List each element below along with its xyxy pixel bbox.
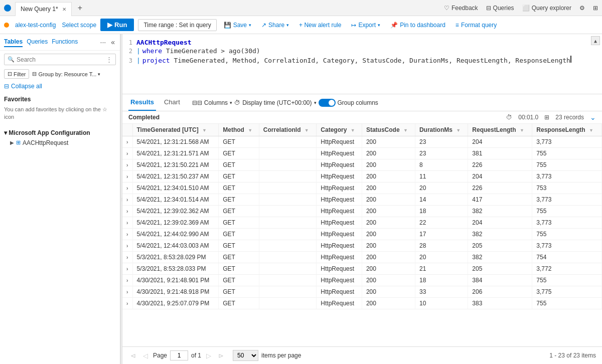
search-box[interactable]: 🔍 ⋮ bbox=[4, 54, 116, 65]
row-expand-icon[interactable]: › bbox=[122, 183, 132, 194]
page-label-of: of 1 bbox=[191, 352, 201, 359]
col-duration-ms[interactable]: DurationMs ▼ bbox=[415, 124, 468, 136]
new-alert-button[interactable]: + New alert rule bbox=[296, 20, 344, 31]
cell-method: GET bbox=[219, 275, 259, 286]
col-status-code[interactable]: StatusCode ▼ bbox=[362, 124, 415, 136]
results-tab-results[interactable]: Results bbox=[128, 94, 156, 111]
row-expand-icon[interactable]: › bbox=[122, 252, 132, 263]
pin-icon: 📌 bbox=[390, 22, 398, 29]
workspace-label[interactable]: alex-test-config bbox=[15, 22, 56, 29]
cell-duration: 11 bbox=[415, 171, 468, 183]
save-chevron-icon: ▾ bbox=[249, 23, 251, 28]
last-page-button[interactable]: ⊳ bbox=[216, 351, 226, 360]
format-query-button[interactable]: ≡ Format query bbox=[453, 20, 500, 31]
expand-icon[interactable]: ▶ bbox=[10, 140, 14, 145]
first-page-button[interactable]: ⊲ bbox=[128, 351, 138, 360]
display-time-button[interactable]: ⏱ Display time (UTC+00:00) ▾ bbox=[234, 99, 316, 106]
new-tab-button[interactable]: + bbox=[74, 2, 86, 15]
settings-button[interactable]: ⚙ bbox=[579, 5, 585, 12]
cell-res-len: 755 bbox=[532, 206, 602, 217]
row-expand-icon[interactable]: › bbox=[122, 229, 132, 240]
columns-button[interactable]: ⊟⊟ Columns ▾ bbox=[192, 99, 232, 106]
cell-status: 200 bbox=[362, 286, 415, 298]
col-correlation-id[interactable]: CorrelationId ▼ bbox=[259, 124, 317, 136]
cell-category: HttpRequest bbox=[317, 229, 362, 240]
expand-results-icon[interactable]: ⌄ bbox=[590, 113, 596, 121]
sidebar-tab-queries[interactable]: Queries bbox=[27, 37, 48, 47]
table-item-aachttp[interactable]: ▶ ⊞ AACHttpRequest bbox=[4, 138, 116, 147]
cell-method: GET bbox=[219, 263, 259, 275]
app-config-title[interactable]: ▾ Microsoft App Configuration bbox=[4, 125, 116, 138]
query-explorer-button[interactable]: ⬜ Query explorer bbox=[522, 5, 571, 12]
col-method[interactable]: Method ▼ bbox=[219, 124, 259, 136]
row-expand-icon[interactable]: › bbox=[122, 206, 132, 217]
sort-icon[interactable]: ▼ bbox=[202, 128, 207, 133]
export-button[interactable]: ↦ Export ▾ bbox=[348, 20, 383, 31]
cell-time: 5/4/2021, 12:44:02.990 AM bbox=[132, 229, 219, 240]
results-tabs: Results Chart ⊟⊟ Columns ▾ ⏱ Display tim… bbox=[122, 94, 602, 111]
sort-icon[interactable]: ▼ bbox=[403, 128, 408, 133]
active-tab[interactable]: New Query 1* ✕ bbox=[15, 2, 72, 16]
code-editor[interactable]: 1 AACHttpRequest 2 | where TimeGenerated… bbox=[122, 34, 602, 94]
col-response-length[interactable]: ResponseLength ▼ bbox=[532, 124, 602, 136]
record-count: 23 records bbox=[555, 114, 584, 121]
sort-icon[interactable]: ▼ bbox=[305, 128, 309, 133]
tab-close-icon[interactable]: ✕ bbox=[62, 7, 66, 12]
filter-chip[interactable]: ⊡ Filter bbox=[4, 69, 29, 79]
page-input[interactable] bbox=[170, 350, 188, 360]
search-input[interactable] bbox=[17, 56, 106, 63]
time-range-selector[interactable]: Time range : Set in query bbox=[138, 19, 216, 31]
row-expand-icon[interactable]: › bbox=[122, 286, 132, 298]
search-icon: 🔍 bbox=[8, 56, 15, 63]
row-expand-icon[interactable]: › bbox=[122, 159, 132, 171]
col-request-length[interactable]: RequestLength ▼ bbox=[468, 124, 532, 136]
feedback-button[interactable]: ♡ Feedback bbox=[444, 5, 478, 12]
cell-time: 5/4/2021, 12:31:21.568 AM bbox=[132, 136, 219, 148]
prev-page-button[interactable]: ◁ bbox=[141, 351, 150, 360]
col-time-generated[interactable]: TimeGenerated [UTC] ▼ bbox=[132, 124, 219, 136]
row-expand-icon[interactable]: › bbox=[122, 148, 132, 159]
cell-method: GET bbox=[219, 217, 259, 229]
sort-icon[interactable]: ▼ bbox=[589, 128, 593, 133]
row-expand-icon[interactable]: › bbox=[122, 194, 132, 206]
expand-col-header bbox=[122, 124, 132, 136]
row-expand-icon[interactable]: › bbox=[122, 240, 132, 252]
row-expand-icon[interactable]: › bbox=[122, 136, 132, 148]
cell-req-len: 417 bbox=[468, 194, 532, 206]
sidebar-more-icon[interactable]: ··· bbox=[100, 38, 106, 46]
search-options-icon[interactable]: ⋮ bbox=[106, 56, 112, 63]
per-page-select[interactable]: 50 100 200 bbox=[233, 350, 258, 361]
results-tab-chart[interactable]: Chart bbox=[162, 94, 182, 111]
sort-icon[interactable]: ▼ bbox=[520, 128, 524, 133]
row-expand-icon[interactable]: › bbox=[122, 263, 132, 275]
page-label-pre: Page bbox=[153, 352, 167, 359]
sort-icon[interactable]: ▼ bbox=[248, 128, 252, 133]
sidebar-collapse-icon[interactable]: « bbox=[110, 37, 116, 47]
queries-button[interactable]: ⊟ Queries bbox=[486, 5, 514, 12]
pin-button[interactable]: 📌 Pin to dashboard bbox=[387, 20, 448, 31]
sort-icon[interactable]: ▼ bbox=[456, 128, 461, 133]
row-expand-icon[interactable]: › bbox=[122, 217, 132, 229]
save-button[interactable]: 💾 Save ▾ bbox=[221, 20, 254, 31]
group-columns-toggle[interactable] bbox=[319, 99, 336, 107]
cell-req-len: 382 bbox=[468, 229, 532, 240]
row-expand-icon[interactable]: › bbox=[122, 275, 132, 286]
sort-icon[interactable]: ▼ bbox=[351, 128, 355, 133]
scroll-up-button[interactable]: ▲ bbox=[591, 36, 600, 45]
table-name-label: AACHttpRequest bbox=[23, 139, 68, 146]
row-expand-icon[interactable]: › bbox=[122, 298, 132, 309]
sidebar-tab-tables[interactable]: Tables bbox=[4, 37, 23, 47]
cell-status: 200 bbox=[362, 194, 415, 206]
row-expand-icon[interactable]: › bbox=[122, 171, 132, 183]
cell-category: HttpRequest bbox=[317, 136, 362, 148]
sidebar-tab-functions[interactable]: Functions bbox=[52, 37, 78, 47]
share-button[interactable]: ↗ Share ▾ bbox=[258, 20, 292, 31]
run-button[interactable]: ▶ Run bbox=[100, 19, 134, 31]
select-scope-button[interactable]: Select scope bbox=[62, 22, 96, 29]
col-category[interactable]: Category ▼ bbox=[317, 124, 362, 136]
next-page-button[interactable]: ▷ bbox=[204, 351, 213, 360]
cell-corr-id bbox=[259, 183, 317, 194]
groupby-chip[interactable]: ⊟ Group by: Resource T... ▾ bbox=[32, 71, 100, 77]
collapse-all-button[interactable]: ⊟ Collapse all bbox=[0, 80, 120, 93]
layout-button[interactable]: ⊞ bbox=[593, 5, 598, 12]
